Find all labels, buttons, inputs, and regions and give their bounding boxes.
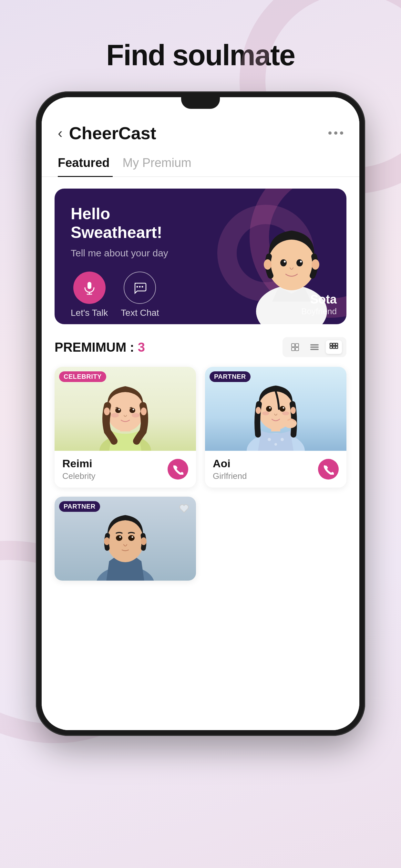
svg-point-3	[136, 286, 138, 288]
male-badge: PARTNER	[59, 501, 100, 512]
heart-icon	[178, 503, 190, 515]
more-dot-3	[340, 131, 343, 135]
svg-rect-21	[310, 349, 319, 350]
lets-talk-button[interactable]: Let's Talk	[71, 272, 108, 318]
aoi-info: Aoi Girlfriend	[205, 451, 346, 488]
premium-section: PREMIMUM : 3	[42, 324, 359, 581]
mic-icon	[82, 281, 96, 295]
svg-point-61	[104, 537, 110, 545]
page-title: Find soulmate	[106, 39, 295, 72]
phone-call-icon-reimi	[173, 464, 183, 475]
chat-icon	[133, 281, 147, 295]
svg-point-53	[284, 418, 297, 428]
svg-point-38	[141, 407, 147, 415]
svg-point-31	[115, 408, 121, 413]
aoi-call-button[interactable]	[318, 459, 339, 479]
svg-point-10	[297, 259, 303, 267]
svg-point-62	[141, 537, 147, 545]
svg-point-49	[262, 411, 269, 415]
premium-title: PREMIMUM : 3	[55, 340, 145, 354]
reimi-role: Celebrity	[62, 471, 96, 481]
phone-screen: ‹ CheerCast Featured My Premium	[42, 97, 359, 730]
reimi-call-button[interactable]	[167, 459, 188, 479]
svg-rect-26	[333, 346, 335, 348]
svg-point-33	[119, 409, 120, 410]
svg-point-52	[290, 407, 296, 414]
svg-point-48	[283, 407, 284, 409]
more-dot-1	[328, 131, 332, 135]
svg-point-50	[282, 411, 289, 415]
svg-point-41	[268, 438, 271, 441]
text-chat-button[interactable]: Text Chat	[121, 272, 159, 318]
male-portrait: PARTNER	[55, 497, 196, 581]
card-male-partner[interactable]: PARTNER	[55, 497, 196, 581]
reimi-info: Reimi Celebrity	[55, 451, 196, 488]
svg-point-51	[256, 407, 261, 414]
premium-header: PREMIMUM : 3	[55, 337, 346, 357]
svg-point-11	[284, 260, 286, 262]
svg-rect-15	[291, 344, 295, 347]
svg-rect-27	[335, 346, 338, 348]
aoi-badge: PARTNER	[210, 371, 251, 382]
aoi-role: Girlfriend	[213, 471, 247, 481]
svg-rect-25	[330, 346, 332, 348]
tab-featured[interactable]: Featured	[58, 150, 122, 176]
phone-notch	[181, 97, 220, 109]
svg-rect-24	[335, 343, 338, 345]
character-name-label: Sota Boyfriend	[301, 292, 337, 316]
svg-point-37	[104, 407, 110, 415]
svg-rect-0	[88, 282, 91, 289]
tab-bar: Featured My Premium	[42, 150, 359, 177]
svg-rect-19	[310, 344, 319, 345]
banner-text-content: Hello Sweatheart! Tell me about your day	[71, 205, 168, 318]
aoi-text: Aoi Girlfriend	[213, 457, 247, 481]
svg-point-59	[120, 536, 121, 538]
svg-point-42	[274, 443, 277, 445]
svg-point-47	[269, 407, 271, 409]
svg-point-43	[281, 438, 284, 441]
reimi-name: Reimi	[62, 457, 96, 470]
character-sota-role: Boyfriend	[301, 306, 337, 316]
phone-call-icon-aoi	[323, 464, 334, 475]
card-reimi[interactable]: CELEBRITY	[55, 367, 196, 488]
more-dot-2	[334, 131, 337, 135]
svg-point-4	[139, 286, 141, 288]
more-menu-button[interactable]	[328, 131, 343, 135]
svg-point-12	[300, 260, 302, 262]
chat-button-circle	[124, 272, 156, 304]
svg-point-57	[116, 535, 122, 541]
svg-point-5	[142, 286, 143, 288]
grid-view-icon	[329, 342, 339, 352]
view-toggle	[282, 337, 346, 357]
card-view-icon	[290, 342, 300, 352]
svg-point-35	[111, 413, 119, 417]
featured-banner: Hello Sweatheart! Tell me about your day	[55, 189, 346, 324]
svg-point-32	[129, 408, 135, 413]
banner-subtitle: Tell me about your day	[71, 248, 168, 259]
card-aoi[interactable]: PARTNER	[205, 367, 346, 488]
svg-point-46	[280, 406, 285, 412]
reimi-text: Reimi Celebrity	[62, 457, 96, 481]
mic-button-circle	[73, 272, 105, 304]
svg-point-34	[133, 409, 134, 410]
back-button[interactable]: ‹	[58, 125, 63, 141]
male-face-svg	[90, 497, 161, 581]
character-sota-name: Sota	[301, 292, 337, 306]
list-view-icon	[310, 342, 319, 352]
app-title: CheerCast	[69, 123, 328, 143]
aoi-name: Aoi	[213, 457, 247, 470]
svg-rect-20	[310, 346, 319, 348]
svg-point-9	[280, 259, 287, 267]
tab-my-premium[interactable]: My Premium	[122, 150, 204, 176]
male-heart-button[interactable]	[177, 501, 191, 516]
svg-rect-16	[296, 344, 299, 347]
reimi-portrait: CELEBRITY	[55, 367, 196, 451]
svg-rect-22	[330, 343, 332, 345]
card-view-button[interactable]	[287, 340, 303, 354]
grid-view-button[interactable]	[326, 340, 342, 354]
svg-rect-17	[291, 347, 295, 351]
svg-point-60	[132, 536, 133, 538]
list-view-button[interactable]	[306, 340, 322, 354]
svg-point-45	[266, 406, 272, 412]
phone-frame: ‹ CheerCast Featured My Premium	[36, 91, 365, 736]
